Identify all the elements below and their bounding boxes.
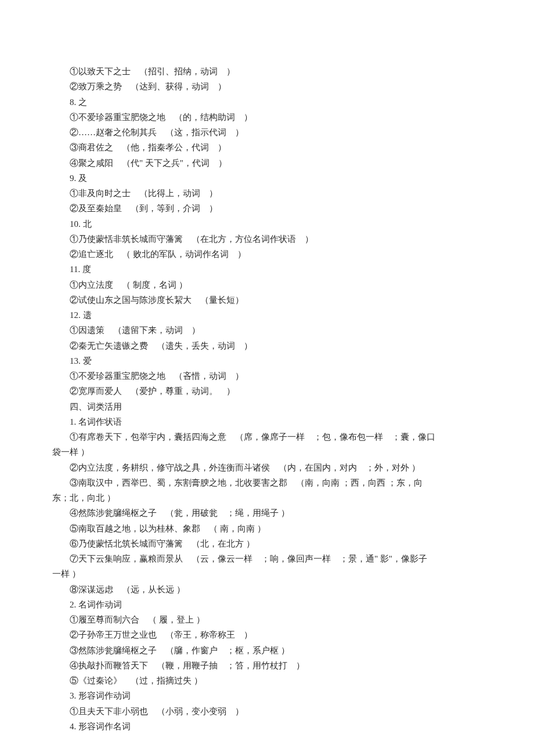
text-line: ④聚之咸阳 （代" 天下之兵"，代词 ）: [52, 155, 482, 171]
text-line: ②子孙帝王万世之业也 （帝王，称帝称王 ）: [52, 627, 482, 642]
text-line: ④执敲扑而鞭笞天下 （鞭，用鞭子抽 ；笞，用竹杖打 ）: [52, 658, 482, 673]
text-line: ②……赵奢之伦制其兵 （这，指示代词 ）: [52, 125, 482, 140]
text-line: 一样 ）: [52, 566, 482, 581]
text-line: ①内立法度 （ 制度，名词 ）: [52, 277, 482, 292]
text-line: ⑤《过秦论》 （过，指摘过失 ）: [52, 673, 482, 688]
text-line: 袋一样 ）: [52, 444, 482, 460]
text-line: ①不爱珍器重宝肥饶之地 （的，结构助词 ）: [52, 110, 482, 125]
text-line: ⑦天下云集响应，赢粮而景从 （云，像云一样 ；响，像回声一样 ；景，通" 影"，…: [52, 551, 482, 566]
text-line: 8. 之: [52, 95, 482, 110]
text-line: ①且夫天下非小弱也 （小弱，变小变弱 ）: [52, 704, 482, 719]
text-line: 12. 遗: [52, 308, 482, 323]
text-line: ⑧深谋远虑 （远，从长远 ）: [52, 582, 482, 597]
text-line: ①不爱珍器重宝肥饶之地 （吝惜，动词 ）: [52, 368, 482, 384]
text-line: ①非及向时之士 （比得上，动词 ）: [52, 186, 482, 201]
text-line: 2. 名词作动词: [52, 597, 482, 612]
text-line: 11. 度: [52, 262, 482, 277]
text-line: ①以致天下之士 （招引、招纳，动词 ）: [52, 64, 482, 79]
text-line: ④然陈涉瓮牖绳枢之子 （瓮，用破瓮 ；绳，用绳子 ）: [52, 505, 482, 520]
text-line: ⑥乃使蒙恬北筑长城而守藩篱 （北，在北方 ）: [52, 536, 482, 551]
text-line: ③然陈涉瓮牖绳枢之子 （牖，作窗户 ；枢，系户枢 ）: [52, 643, 482, 658]
text-line: ⑤南取百越之地，以为桂林、象郡 （ 南，向南 ）: [52, 521, 482, 536]
text-line: ①因遗策 （遗留下来，动词 ）: [52, 323, 482, 338]
text-line: ②宽厚而爱人 （爱护，尊重，动词。 ）: [52, 384, 482, 399]
text-line: 13. 爱: [52, 353, 482, 368]
text-line: ②秦无亡矢遗镞之费 （遗失，丢失，动词 ）: [52, 338, 482, 353]
text-line: ②试使山东之国与陈涉度长絜大 （量长短）: [52, 292, 482, 308]
text-line: 四、词类活用: [52, 399, 482, 414]
document-page: ①以致天下之士 （招引、招纳，动词 ）②致万乘之势 （达到、获得，动词 ）8. …: [0, 0, 534, 756]
text-line: 4. 形容词作名词: [52, 719, 482, 734]
text-line: 1. 名词作状语: [52, 414, 482, 429]
text-line: 东；北，向北 ）: [52, 490, 482, 505]
text-line: ②追亡逐北 （ 败北的军队，动词作名词 ）: [52, 247, 482, 262]
text-line: ②及至秦始皇 （到，等到，介词 ）: [52, 201, 482, 216]
text-line: ②内立法度，务耕织，修守战之具，外连衡而斗诸侯 （内，在国内，对内 ；外，对外 …: [52, 460, 482, 475]
text-line: ③商君佐之 （他，指秦孝公，代词 ）: [52, 140, 482, 155]
text-line: 9. 及: [52, 171, 482, 186]
text-line: ①乃使蒙恬非筑长城而守藩篱 （在北方，方位名词作状语 ）: [52, 231, 482, 247]
text-line: ③南取汉中，西举巴、蜀，东割膏腴之地，北收要害之郡 （南，向南 ；西，向西 ；东…: [52, 475, 482, 490]
text-line: 10. 北: [52, 216, 482, 231]
text-line: 3. 形容词作动词: [52, 688, 482, 703]
text-line: ①履至尊而制六合 （ 履，登上 ）: [52, 612, 482, 627]
document-body: ①以致天下之士 （招引、招纳，动词 ）②致万乘之势 （达到、获得，动词 ）8. …: [52, 64, 482, 734]
text-line: ②致万乘之势 （达到、获得，动词 ）: [52, 79, 482, 94]
text-line: ①有席卷天下，包举宇内，囊括四海之意 （席，像席子一样 ；包，像布包一样 ；囊，…: [52, 429, 482, 444]
